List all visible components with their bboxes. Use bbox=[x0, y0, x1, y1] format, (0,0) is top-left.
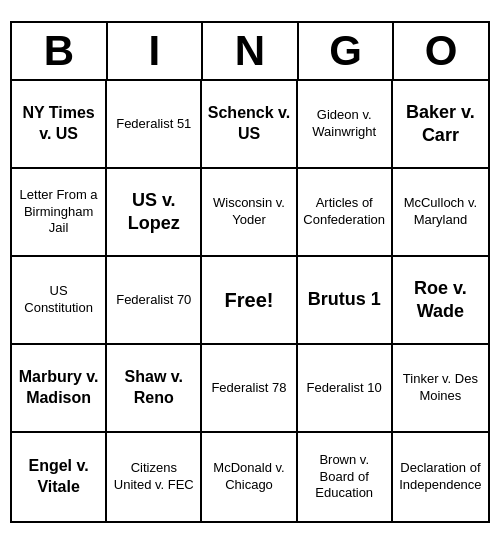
header-letter-N: N bbox=[203, 23, 299, 79]
bingo-grid: NY Times v. USFederalist 51Schenck v. US… bbox=[12, 81, 488, 521]
bingo-cell-8: Articles of Confederation bbox=[298, 169, 393, 257]
bingo-cell-4: Baker v. Carr bbox=[393, 81, 488, 169]
bingo-cell-17: Federalist 78 bbox=[202, 345, 297, 433]
bingo-cell-12: Free! bbox=[202, 257, 297, 345]
bingo-cell-6: US v. Lopez bbox=[107, 169, 202, 257]
bingo-cell-16: Shaw v. Reno bbox=[107, 345, 202, 433]
bingo-cell-19: Tinker v. Des Moines bbox=[393, 345, 488, 433]
bingo-cell-5: Letter From a Birmingham Jail bbox=[12, 169, 107, 257]
bingo-cell-13: Brutus 1 bbox=[298, 257, 393, 345]
bingo-cell-1: Federalist 51 bbox=[107, 81, 202, 169]
bingo-cell-23: Brown v. Board of Education bbox=[298, 433, 393, 521]
bingo-cell-10: US Constitution bbox=[12, 257, 107, 345]
bingo-cell-18: Federalist 10 bbox=[298, 345, 393, 433]
header-letter-I: I bbox=[108, 23, 204, 79]
header-letter-G: G bbox=[299, 23, 395, 79]
bingo-cell-15: Marbury v. Madison bbox=[12, 345, 107, 433]
bingo-cell-2: Schenck v. US bbox=[202, 81, 297, 169]
bingo-cell-21: Citizens United v. FEC bbox=[107, 433, 202, 521]
bingo-cell-22: McDonald v. Chicago bbox=[202, 433, 297, 521]
bingo-cell-20: Engel v. Vitale bbox=[12, 433, 107, 521]
bingo-header: BINGO bbox=[12, 23, 488, 81]
bingo-card: BINGO NY Times v. USFederalist 51Schenck… bbox=[10, 21, 490, 523]
header-letter-B: B bbox=[12, 23, 108, 79]
bingo-cell-14: Roe v. Wade bbox=[393, 257, 488, 345]
bingo-cell-24: Declaration of Independence bbox=[393, 433, 488, 521]
bingo-cell-11: Federalist 70 bbox=[107, 257, 202, 345]
bingo-cell-3: Gideon v. Wainwright bbox=[298, 81, 393, 169]
bingo-cell-9: McCulloch v. Maryland bbox=[393, 169, 488, 257]
bingo-cell-0: NY Times v. US bbox=[12, 81, 107, 169]
header-letter-O: O bbox=[394, 23, 488, 79]
bingo-cell-7: Wisconsin v. Yoder bbox=[202, 169, 297, 257]
